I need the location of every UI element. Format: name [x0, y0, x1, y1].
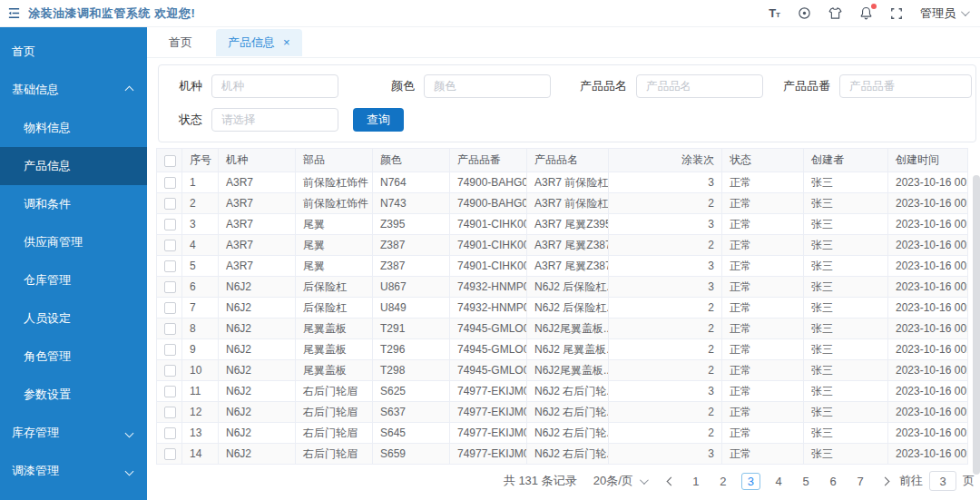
status-select[interactable] — [211, 108, 338, 132]
table-row[interactable]: 8N6J2尾翼盖板T29174945-GMLO0...N6J2尾翼盖板...2正… — [157, 319, 968, 339]
machine-type-input[interactable] — [211, 74, 338, 98]
row-checkbox[interactable] — [164, 407, 176, 418]
cell: N6J2 右后门轮... — [527, 402, 609, 423]
page-number-2[interactable]: 2 — [714, 473, 732, 490]
cell: 正常 — [722, 277, 804, 298]
close-icon[interactable]: × — [283, 36, 290, 48]
page-number-7[interactable]: 7 — [851, 473, 869, 490]
tab-bar: 首页 产品信息 × — [147, 27, 980, 58]
row-checkbox[interactable] — [164, 386, 176, 397]
select-all-checkbox[interactable] — [164, 155, 176, 167]
cell: U849 — [373, 298, 450, 319]
cell: 13 — [182, 423, 219, 444]
page-number-3[interactable]: 3 — [741, 473, 760, 490]
cell: S645 — [373, 423, 450, 444]
cell: A3R7 — [219, 235, 296, 256]
tab-product-info[interactable]: 产品信息 × — [216, 29, 302, 56]
sidebar-item-5[interactable]: 供应商管理 — [0, 223, 147, 261]
color-input[interactable] — [424, 74, 551, 98]
cell: 正常 — [722, 402, 804, 423]
row-checkbox[interactable] — [164, 240, 176, 251]
sidebar-item-11[interactable]: 调漆管理 — [0, 452, 147, 490]
cell: N6J2 右后门轮... — [527, 444, 609, 465]
row-checkbox-cell — [157, 360, 182, 381]
table-row[interactable]: 12N6J2右后门轮眉S63774977-EKIJM0...N6J2 右后门轮.… — [157, 402, 968, 423]
table-row[interactable]: 14N6J2右后门轮眉S65974977-EKIJM0...N6J2 右后门轮.… — [157, 444, 968, 465]
row-checkbox[interactable] — [164, 448, 176, 460]
table-row[interactable]: 6N6J2后保险杠U86774932-HNMP0...N6J2 后保险杠...3… — [157, 277, 968, 298]
menu-fold-icon[interactable] — [7, 6, 21, 20]
cell: N6J2 — [219, 339, 296, 360]
main-content: 首页 产品信息 × 机种 颜色 产品品名 产品品番 — [147, 27, 980, 500]
dot-circle-icon[interactable] — [798, 6, 811, 20]
theme-shirt-icon[interactable] — [828, 6, 842, 20]
page-size-select[interactable]: 20条/页 — [593, 473, 646, 489]
sidebar-item-label: 首页 — [12, 44, 35, 60]
product-number-input[interactable] — [839, 74, 972, 98]
sidebar-item-7[interactable]: 人员设定 — [0, 299, 147, 338]
table-row[interactable]: 9N6J2尾翼盖板T29674945-GMLO0...N6J2 尾翼盖板...2… — [157, 339, 968, 360]
goto-page-input[interactable] — [929, 471, 956, 491]
cell: A3R7 尾翼Z387... — [527, 256, 609, 277]
sidebar-item-8[interactable]: 角色管理 — [0, 338, 147, 376]
table-row[interactable]: 13N6J2右后门轮眉S64574977-EKIJM0...N6J2 右后门轮.… — [157, 423, 968, 444]
row-checkbox[interactable] — [164, 219, 176, 230]
cell: 正常 — [722, 444, 804, 465]
fullscreen-icon[interactable] — [890, 7, 903, 20]
search-panel: 机种 颜色 产品品名 产品品番 状态 查询 — [158, 64, 976, 142]
cell: Z395 — [373, 214, 450, 235]
cell: Z387 — [373, 235, 450, 256]
product-name-label: 产品品名 — [578, 78, 627, 94]
prev-page-button[interactable] — [664, 478, 678, 485]
table-row[interactable]: 2A3R7前保险杠饰件N74374900-BAHG00...A3R7 前保险杠.… — [157, 193, 968, 214]
sidebar-item-3[interactable]: 产品信息 — [0, 147, 147, 185]
user-menu[interactable]: 管理员 — [920, 5, 967, 22]
cell: T291 — [373, 319, 450, 339]
table-row[interactable]: 5A3R7尾翼Z38774901-CIHK00...A3R7 尾翼Z387...… — [157, 256, 968, 277]
row-checkbox[interactable] — [164, 281, 176, 293]
page-number-6[interactable]: 6 — [824, 473, 842, 490]
row-checkbox-cell — [157, 214, 182, 235]
row-checkbox[interactable] — [164, 427, 176, 439]
goto-label: 前往 — [899, 473, 923, 489]
page-number-5[interactable]: 5 — [797, 473, 815, 490]
table-row[interactable]: 11N6J2右后门轮眉S62574977-EKIJM0...N6J2 右后门轮.… — [157, 381, 968, 402]
cell: 尾翼盖板 — [296, 319, 373, 339]
sidebar-item-9[interactable]: 参数设置 — [0, 376, 147, 414]
page-number-4[interactable]: 4 — [769, 473, 788, 490]
row-checkbox[interactable] — [164, 302, 176, 314]
table-row[interactable]: 4A3R7尾翼Z38774901-CIHK00...A3R7 尾翼Z387...… — [157, 235, 968, 256]
column-header-1: 机种 — [219, 149, 296, 172]
cell: 正常 — [722, 256, 804, 277]
sidebar-item-10[interactable]: 库存管理 — [0, 414, 147, 452]
vertical-scrollbar[interactable] — [973, 175, 980, 475]
product-name-input[interactable] — [636, 74, 763, 98]
table-row[interactable]: 3A3R7尾翼Z39574901-CIHK00...A3R7 尾翼Z395...… — [157, 214, 968, 235]
sidebar-item-0[interactable]: 首页 — [0, 33, 147, 71]
row-checkbox[interactable] — [164, 365, 176, 377]
sidebar-item-6[interactable]: 仓库管理 — [0, 261, 147, 299]
cell: N6J2尾翼盖板... — [527, 319, 609, 339]
page-number-1[interactable]: 1 — [687, 473, 705, 490]
row-checkbox[interactable] — [164, 260, 176, 272]
cell: 3 — [182, 214, 219, 235]
bell-icon[interactable] — [859, 6, 873, 20]
sidebar-item-4[interactable]: 调和条件 — [0, 185, 147, 223]
sidebar-item-2[interactable]: 物料信息 — [0, 109, 147, 147]
sidebar-item-1[interactable]: 基础信息 — [0, 71, 147, 109]
table-row[interactable]: 7N6J2后保险杠U84974932-HNMP0...N6J2 后保险杠...2… — [157, 298, 968, 319]
cell: 74901-CIHK00... — [450, 235, 527, 256]
row-checkbox[interactable] — [164, 198, 176, 210]
row-checkbox[interactable] — [164, 177, 176, 189]
row-checkbox[interactable] — [164, 344, 176, 356]
status-label: 状态 — [177, 112, 202, 128]
sidebar-menu: 首页基础信息物料信息产品信息调和条件供应商管理仓库管理人员设定角色管理参数设置库… — [0, 27, 147, 500]
next-page-button[interactable] — [878, 478, 892, 485]
tab-home[interactable]: 首页 — [169, 34, 192, 51]
table-row[interactable]: 1A3R7前保险杠饰件N76474900-BAHG00...A3R7 前保险杠.… — [157, 172, 968, 193]
cell: N6J2 右后门轮... — [527, 423, 609, 444]
table-row[interactable]: 10N6J2尾翼盖板T29874945-GMLO0...N6J2尾翼盖板...2… — [157, 360, 968, 381]
query-button[interactable]: 查询 — [353, 108, 404, 132]
font-size-icon[interactable]: TT — [769, 7, 780, 19]
row-checkbox[interactable] — [164, 323, 176, 335]
